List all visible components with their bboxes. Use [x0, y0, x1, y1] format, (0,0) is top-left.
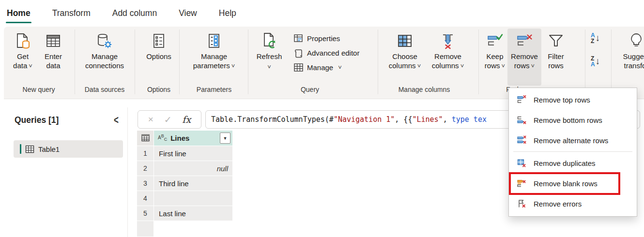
properties-icon: [293, 33, 304, 44]
dropdown-arrow-icon: ▼: [223, 136, 228, 141]
chevron-down-icon: ˅: [417, 62, 421, 70]
code-segment: "Lines": [412, 115, 443, 124]
menu-item-label: Remove top rows: [534, 96, 590, 104]
menu-item-remove-bottom-rows[interactable]: Remove bottom rows: [509, 110, 637, 130]
menu-item-remove-blank-rows[interactable]: Remove blank rows: [509, 173, 637, 193]
options-button[interactable]: Options: [141, 29, 176, 61]
text-type-icon: ABC: [158, 134, 167, 142]
manage-button[interactable]: Manage ˅: [293, 62, 342, 73]
remove-rows-icon: [516, 30, 533, 52]
queries-panel: Queries [1] < Table1: [4, 107, 128, 237]
menu-item-remove-errors[interactable]: Remove errors: [509, 193, 637, 214]
fx-icon[interactable]: fx: [182, 114, 191, 125]
remove-blank-rows-icon: [517, 178, 526, 188]
select-all-cell[interactable]: [137, 131, 153, 146]
column-header-lines[interactable]: ABC Lines ▼: [154, 131, 232, 146]
sort-ascending-button[interactable]: A Z ↓: [591, 32, 600, 44]
group-label-manage-columns: Manage columns: [399, 86, 450, 93]
collapse-pane-icon[interactable]: <: [114, 114, 119, 127]
get-data-label: Get data: [13, 52, 29, 70]
cell-value-null[interactable]: null: [154, 161, 232, 176]
filter-rows-label: Filter rows: [542, 52, 569, 70]
ribbon-divider: [585, 30, 585, 94]
row-number[interactable]: 4: [137, 191, 153, 206]
remove-top-rows-icon: [517, 95, 526, 104]
suggest-transformations-label: Suggest transfor: [617, 52, 644, 70]
sort-za-icon: Z A: [591, 56, 595, 67]
remove-duplicates-icon: [517, 158, 526, 168]
cell-value[interactable]: Third line: [154, 176, 232, 191]
group-label-new-query: New query: [23, 86, 55, 93]
menu-item-remove-duplicates[interactable]: Remove duplicates: [509, 153, 637, 173]
row-number[interactable]: [137, 221, 153, 237]
query-name: Table1: [38, 145, 60, 153]
keep-rows-icon: [486, 30, 504, 52]
get-data-button[interactable]: Get data˅: [9, 29, 37, 71]
manage-parameters-button[interactable]: Manage parameters˅: [187, 29, 241, 71]
refresh-label: Refresh: [257, 52, 282, 61]
tab-home[interactable]: Home: [7, 8, 31, 18]
enter-data-icon: [45, 30, 62, 52]
tab-help[interactable]: Help: [219, 8, 236, 18]
table-row: 4: [137, 191, 232, 206]
manage-parameters-label: Manage parameters: [193, 52, 230, 70]
row-number[interactable]: 5: [137, 206, 153, 221]
column-name: Lines: [170, 134, 220, 142]
cancel-icon[interactable]: ×: [148, 114, 153, 125]
menu-item-remove-top-rows[interactable]: Remove top rows: [509, 89, 637, 110]
menu-item-remove-alternate-rows[interactable]: Remove alternate rows: [509, 130, 637, 150]
row-number[interactable]: 2: [137, 161, 153, 176]
code-segment: Table.TransformColumnTypes(#: [211, 115, 334, 124]
properties-button[interactable]: Properties: [293, 33, 340, 44]
sort-arrow-icon: ↓: [596, 56, 600, 67]
confirm-icon[interactable]: ✓: [164, 114, 172, 125]
data-preview-table: ABC Lines ▼ 1 First line 2 null 3 Third …: [137, 131, 232, 237]
sort-az-icon: A Z: [591, 32, 595, 44]
manage-connections-icon: [95, 30, 114, 52]
filter-rows-icon: [547, 30, 565, 52]
ribbon-divider: [478, 30, 479, 94]
lightbulb-icon: [627, 30, 644, 52]
chevron-down-icon: ˅: [29, 62, 32, 70]
remove-columns-button[interactable]: Remove columns˅: [427, 29, 469, 71]
remove-rows-dropdown-menu: Remove top rows Remove bottom rows Remov…: [508, 88, 637, 217]
manage-connections-button[interactable]: Manage connections: [80, 29, 129, 70]
chevron-down-icon: ˅: [502, 62, 506, 70]
cell-value[interactable]: [154, 191, 232, 206]
tab-add-column[interactable]: Add column: [112, 8, 157, 18]
ribbon-divider: [248, 30, 248, 94]
keep-rows-button[interactable]: Keep rows˅: [482, 29, 507, 71]
menu-item-label: Remove blank rows: [534, 179, 598, 188]
refresh-button[interactable]: Refresh ˅: [254, 29, 285, 72]
manage-connections-label: Manage connections: [80, 52, 129, 70]
query-list-item-table1[interactable]: Table1: [14, 140, 123, 158]
sort-descending-button[interactable]: Z A ↓: [591, 56, 600, 67]
selected-query-indicator: [20, 144, 21, 154]
choose-columns-label: Choose columns: [389, 52, 417, 70]
enter-data-button[interactable]: Enter data: [41, 29, 66, 70]
group-label-data-sources: Data sources: [85, 86, 124, 93]
remove-rows-button[interactable]: Remove rows˅: [507, 29, 541, 86]
filter-rows-button[interactable]: Filter rows: [542, 29, 569, 70]
suggest-transformations-button[interactable]: Suggest transfor: [617, 29, 644, 70]
chevron-down-icon: ˅: [531, 62, 535, 70]
chevron-down-icon: ˅: [231, 62, 235, 70]
tab-transform[interactable]: Transform: [52, 8, 91, 18]
column-filter-button[interactable]: ▼: [220, 133, 230, 144]
chevron-down-icon: ˅: [338, 64, 342, 71]
row-number[interactable]: 1: [137, 146, 153, 161]
advanced-editor-button[interactable]: Advanced editor: [293, 48, 359, 58]
options-label: Options: [146, 52, 171, 61]
code-segment: ,: [443, 115, 452, 124]
row-number[interactable]: 3: [137, 176, 153, 191]
tab-view[interactable]: View: [179, 8, 197, 18]
chevron-down-icon: ˅: [267, 62, 271, 72]
menu-separator: [513, 151, 632, 152]
cell-value[interactable]: First line: [154, 146, 232, 161]
queries-panel-title: Queries [1]: [15, 115, 59, 125]
table-row: 5 Last line: [137, 206, 232, 221]
cell-value[interactable]: Last line: [154, 206, 232, 221]
table-row: 3 Third line: [137, 176, 232, 191]
remove-bottom-rows-icon: [517, 115, 526, 125]
choose-columns-button[interactable]: Choose columns˅: [386, 29, 423, 71]
